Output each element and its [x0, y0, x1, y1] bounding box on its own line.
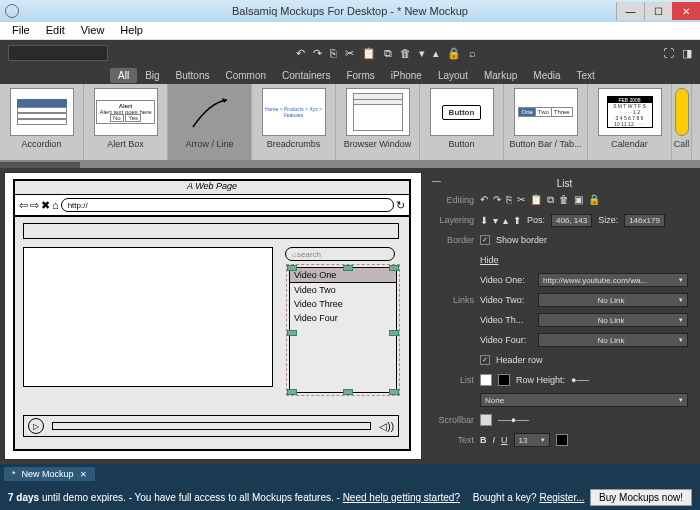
scrub-bar — [52, 422, 371, 430]
position-field[interactable]: 406, 143 — [551, 214, 592, 227]
cat-containers[interactable]: Containers — [274, 68, 338, 83]
lib-alertbox[interactable]: AlertAlert text goes hereNo YesAlert Box — [84, 84, 168, 160]
link-dropdown-4[interactable]: No Link — [538, 333, 688, 347]
cat-all[interactable]: All — [110, 68, 137, 83]
duplicate-icon[interactable]: ⧉ — [384, 47, 392, 60]
copy-icon[interactable]: ⎘ — [330, 47, 337, 60]
fullscreen-icon[interactable]: ⛶ — [663, 47, 674, 60]
delete-icon[interactable]: 🗑 — [400, 47, 411, 60]
menu-bar: File Edit View Help — [0, 22, 700, 40]
border-checkbox[interactable]: ✓ — [480, 235, 490, 245]
minimize-button[interactable]: — — [616, 2, 644, 20]
underline-button[interactable]: U — [501, 435, 508, 445]
menu-edit[interactable]: Edit — [38, 22, 73, 39]
scrollbar-toggle[interactable] — [480, 414, 492, 426]
forward-icon[interactable]: ▴ — [503, 215, 508, 226]
font-size-dropdown[interactable]: 13 — [514, 433, 550, 447]
close-button[interactable]: ✕ — [672, 2, 700, 20]
delete-icon[interactable]: 🗑 — [559, 194, 569, 206]
ui-library: Accordion AlertAlert text goes hereNo Ye… — [0, 84, 700, 162]
link-dropdown-1[interactable]: http://www.youtube.com/wa... — [538, 273, 688, 287]
menu-view[interactable]: View — [73, 22, 113, 39]
cat-iphone[interactable]: iPhone — [383, 68, 430, 83]
category-bar: All Big Buttons Common Containers Forms … — [0, 66, 700, 84]
redo-icon[interactable]: ↷ — [493, 194, 501, 206]
lib-call[interactable]: Call — [672, 84, 692, 160]
lock-icon[interactable]: 🔒 — [588, 194, 600, 206]
link-dropdown-2[interactable]: No Link — [538, 293, 688, 307]
italic-button[interactable]: I — [493, 435, 496, 445]
lib-arrow[interactable]: Arrow / Line — [168, 84, 252, 160]
send-back-icon[interactable]: ▾ — [419, 47, 425, 60]
zoom-icon[interactable]: ⌕ — [469, 47, 476, 60]
menu-file[interactable]: File — [4, 22, 38, 39]
lib-calendar[interactable]: FEB 2008S M T W T F S· · · · · 1 23 4 5 … — [588, 84, 672, 160]
cat-forms[interactable]: Forms — [338, 68, 382, 83]
app-icon — [5, 4, 19, 18]
row-height-slider[interactable]: ●── — [571, 375, 589, 385]
play-icon: ▷ — [28, 418, 44, 434]
cut-icon[interactable]: ✂ — [517, 194, 525, 206]
document-tab[interactable]: * New Mockup✕ — [4, 467, 95, 481]
back-icon[interactable]: ⬇ — [480, 215, 488, 226]
status-bar: 7 days until demo expires. - You have fu… — [0, 484, 700, 510]
cat-markup[interactable]: Markup — [476, 68, 525, 83]
mockup-list-widget[interactable]: Video One Video Two Video Three Video Fo… — [289, 267, 397, 393]
toggle-panel-icon[interactable]: ◨ — [682, 47, 692, 60]
scrollbar-slider[interactable]: ──●── — [498, 415, 529, 425]
front-icon[interactable]: ⬆ — [513, 215, 521, 226]
lib-buttonbar[interactable]: OneTwoThreeButton Bar / Tab... — [504, 84, 588, 160]
copy-icon[interactable]: ⎘ — [506, 194, 512, 206]
cut-icon[interactable]: ✂ — [345, 47, 354, 60]
lib-accordion[interactable]: Accordion — [0, 84, 84, 160]
paste-icon[interactable]: 📋 — [362, 47, 376, 60]
toolbar: ↶ ↷ ⎘ ✂ 📋 ⧉ 🗑 ▾ ▴ 🔒 ⌕ ⛶ ◨ — [0, 40, 700, 66]
home-icon: ⌂ — [52, 199, 59, 211]
mockup-browser[interactable]: A Web Page ⇦ ⇨ ✖ ⌂ http:// ↻ ⌕ search Vi… — [13, 179, 411, 451]
close-tab-icon[interactable]: ✕ — [80, 470, 87, 479]
mockup-rectangle-1[interactable] — [23, 223, 399, 239]
maximize-button[interactable]: ☐ — [644, 2, 672, 20]
register-link[interactable]: Register... — [539, 492, 584, 503]
text-color-swatch[interactable] — [556, 434, 568, 446]
lib-browser[interactable]: Browser Window — [336, 84, 420, 160]
cat-buttons[interactable]: Buttons — [168, 68, 218, 83]
undo-icon[interactable]: ↶ — [480, 194, 488, 206]
collapse-icon[interactable]: — — [432, 176, 441, 191]
lib-button[interactable]: ButtonButton — [420, 84, 504, 160]
list-item: Video Four — [290, 311, 396, 325]
link-dropdown-3[interactable]: No Link — [538, 313, 688, 327]
help-link[interactable]: Need help getting started? — [343, 492, 460, 503]
backward-icon[interactable]: ▾ — [493, 215, 498, 226]
size-field[interactable]: 146x179 — [624, 214, 665, 227]
redo-icon[interactable]: ↷ — [313, 47, 322, 60]
list-item: Video Three — [290, 297, 396, 311]
cat-media[interactable]: Media — [525, 68, 568, 83]
group-icon[interactable]: ▣ — [574, 194, 583, 206]
cat-big[interactable]: Big — [137, 68, 167, 83]
cat-text[interactable]: Text — [569, 68, 603, 83]
lock-icon[interactable]: 🔒 — [447, 47, 461, 60]
paste-icon[interactable]: 📋 — [530, 194, 542, 206]
mockup-player-bar[interactable]: ▷ ◁)) — [23, 415, 399, 437]
buy-button[interactable]: Buy Mockups now! — [590, 489, 692, 506]
alt-row-dropdown[interactable]: None — [480, 393, 688, 407]
lib-breadcrumbs[interactable]: Home > Products > Xyz > FeaturesBreadcru… — [252, 84, 336, 160]
bg-swatch[interactable] — [480, 374, 492, 386]
fg-swatch[interactable] — [498, 374, 510, 386]
cat-layout[interactable]: Layout — [430, 68, 476, 83]
menu-help[interactable]: Help — [112, 22, 151, 39]
duplicate-icon[interactable]: ⧉ — [547, 194, 554, 206]
header-row-checkbox[interactable]: ✓ — [480, 355, 490, 365]
mockup-search[interactable]: ⌕ search — [285, 247, 395, 261]
mockup-rectangle-2[interactable] — [23, 247, 273, 387]
undo-icon[interactable]: ↶ — [296, 47, 305, 60]
quick-add-input[interactable] — [8, 45, 108, 61]
cat-common[interactable]: Common — [218, 68, 275, 83]
bold-button[interactable]: B — [480, 435, 487, 445]
bring-front-icon[interactable]: ▴ — [433, 47, 439, 60]
list-item: Video Two — [290, 283, 396, 297]
size-label: Size: — [598, 215, 618, 225]
hide-link[interactable]: Hide — [480, 255, 499, 265]
canvas[interactable]: A Web Page ⇦ ⇨ ✖ ⌂ http:// ↻ ⌕ search Vi… — [4, 172, 422, 460]
